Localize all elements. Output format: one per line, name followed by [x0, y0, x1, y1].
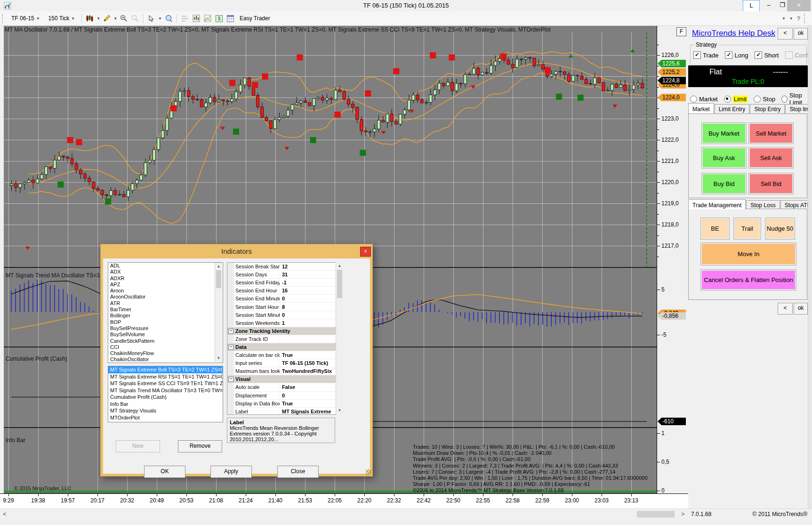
data-box-icon[interactable]: [164, 14, 173, 23]
list-item[interactable]: ADXR: [108, 275, 223, 282]
property-row[interactable]: Maximum bars look lTwoHundredFiftySix: [227, 367, 336, 375]
property-value[interactable]: 0: [280, 393, 336, 398]
property-value[interactable]: TF 06-15 (150 Tick): [280, 360, 336, 366]
property-group-row[interactable]: −Zone Tracking Identity: [227, 327, 336, 335]
property-value[interactable]: 12: [280, 264, 336, 269]
list-item[interactable]: MTOrderPlot: [108, 414, 223, 421]
property-value[interactable]: 16: [280, 288, 336, 293]
property-row[interactable]: Session End Minute0: [227, 295, 336, 303]
button-nudge-50[interactable]: Nudge 50: [765, 218, 795, 240]
price-axis[interactable]: F 1226,01223,01222,01221,01220,01219,012…: [657, 26, 689, 493]
button-buy-bid[interactable]: Buy Bid: [701, 173, 747, 194]
property-row[interactable]: Session Weekends1: [227, 319, 336, 327]
toolbar-grip[interactable]: [804, 14, 807, 23]
property-row[interactable]: Session Break Start12: [227, 263, 336, 271]
list-item[interactable]: ChaikinMoneyFlow: [108, 350, 223, 356]
drawing-tools-icon[interactable]: [102, 14, 112, 23]
property-row[interactable]: Session Start Hour8: [227, 303, 336, 311]
property-row[interactable]: Session End Hour16: [227, 287, 336, 295]
helpdesk-link[interactable]: MicroTrends Help Desk: [692, 29, 775, 38]
list-item[interactable]: ADL: [108, 263, 223, 269]
property-row[interactable]: Displacement0: [227, 392, 336, 400]
time-axis[interactable]: 9:2919:3819:5720:1720:3220:4920:5321:082…: [0, 493, 688, 509]
property-row[interactable]: Auto scaleFalse: [227, 383, 336, 391]
tab-limit-entry[interactable]: Limit Entry: [715, 104, 750, 113]
checkbox-box[interactable]: ✓: [693, 51, 701, 59]
minimize-button[interactable]: –: [762, 0, 776, 11]
list-item[interactable]: CCI: [108, 344, 223, 350]
property-row[interactable]: Session Days31: [227, 271, 336, 279]
list-item[interactable]: BuySellPressure: [108, 325, 223, 331]
horizontal-grid-icon[interactable]: [180, 14, 190, 23]
list-item[interactable]: BarTimer: [108, 307, 223, 313]
property-value[interactable]: 0: [280, 312, 336, 318]
list-item[interactable]: MT Signals Extreme SS CCI TS=9 TE=1 TW=1…: [108, 380, 223, 387]
chart-trader-icon[interactable]: [192, 14, 201, 23]
button-buy-market[interactable]: Buy Market: [701, 122, 747, 144]
remove-button[interactable]: Remove: [178, 440, 222, 452]
tab-stop-loss[interactable]: Stop Loss: [746, 200, 780, 210]
toolbar-overflow-icon[interactable]: ▼: [789, 16, 793, 21]
chevron-down-icon[interactable]: ▼: [158, 16, 162, 21]
fixed-scale-button[interactable]: F: [676, 27, 686, 36]
button-move-in[interactable]: Move In: [700, 242, 796, 266]
list-item[interactable]: APZ: [108, 282, 223, 288]
resize-grip[interactable]: [366, 469, 371, 475]
list-item[interactable]: BOP: [108, 319, 223, 325]
close-button[interactable]: ×: [787, 0, 811, 11]
available-indicators-list[interactable]: ADLADXADXRAPZAroonAroonOscillatorATRBarT…: [108, 262, 223, 363]
list-item[interactable]: MT Signals Extreme RSI TS=1 TE=1 TW=1 ZS…: [108, 373, 223, 380]
tab-stops-atm[interactable]: Stops ATM: [780, 200, 812, 210]
instrument-selector[interactable]: TF 06-15▼: [8, 14, 43, 23]
button-trail[interactable]: Trail: [733, 218, 761, 240]
new-button[interactable]: New: [116, 440, 160, 452]
toolbar-overflow-icon[interactable]: ▼: [782, 16, 786, 21]
tab-stop-entry[interactable]: Stop Entry: [750, 104, 785, 113]
zoom-in-icon[interactable]: [119, 14, 129, 23]
cursor-icon[interactable]: [147, 14, 156, 23]
list-item[interactable]: ADX: [108, 269, 223, 275]
account-icon[interactable]: $: [214, 14, 224, 23]
property-value[interactable]: MT Signals Extreme: [280, 409, 336, 414]
list-item[interactable]: AroonOscillator: [108, 294, 223, 300]
list-item[interactable]: ATR: [108, 300, 223, 307]
collapse-icon[interactable]: −: [228, 345, 233, 350]
property-value[interactable]: 31: [280, 272, 336, 277]
property-row[interactable]: Input seriesTF 06-15 (150 Tick): [227, 359, 336, 367]
property-group-row[interactable]: −Visual: [227, 375, 336, 383]
ok-button[interactable]: OK: [144, 466, 185, 478]
list-item[interactable]: ChaikinOscillator: [108, 356, 223, 363]
checkbox-box[interactable]: ✓: [755, 51, 762, 59]
property-value[interactable]: False: [280, 384, 336, 390]
property-row[interactable]: Session Start Minute0: [227, 311, 336, 319]
scroll-up-icon[interactable]: ▲: [336, 262, 343, 269]
property-value[interactable]: True: [280, 401, 336, 406]
layout-button[interactable]: L: [743, 0, 760, 12]
checkbox-short[interactable]: ✓Short: [755, 51, 779, 59]
list-item[interactable]: Info Bar: [108, 401, 223, 408]
checkbox-box[interactable]: [785, 51, 793, 59]
chart-style-icon[interactable]: [85, 14, 95, 23]
collapse-button-bottom[interactable]: <: [778, 303, 793, 315]
help-icon[interactable]: ?: [797, 15, 800, 22]
maximize-button[interactable]: ❐: [777, 0, 788, 11]
property-row[interactable]: Session End Friday-1: [227, 279, 336, 287]
property-grid[interactable]: Session Break Start12Session Days31Sessi…: [227, 262, 336, 415]
scroll-right-icon[interactable]: >: [681, 510, 685, 517]
list-item[interactable]: MT Signals Trend MA Oscillator TS=3 TE=0…: [108, 387, 223, 394]
toolbar-grip[interactable]: [2, 14, 5, 23]
scrollbar-thumb[interactable]: [637, 511, 675, 517]
indicators-dialog[interactable]: Indicators × ADLADXADXRAPZAroonAroonOsci…: [100, 244, 373, 477]
scroll-down-icon[interactable]: ▼: [215, 355, 222, 362]
list-item[interactable]: Aroon: [108, 288, 223, 294]
collapse-button[interactable]: <: [778, 28, 793, 40]
list-item[interactable]: MT Strategy Visuals: [108, 407, 223, 414]
property-value[interactable]: TwoHundredFiftySix: [280, 368, 336, 374]
scroll-up-icon[interactable]: ▲: [215, 263, 222, 270]
property-group-row[interactable]: −Data: [227, 343, 336, 351]
market-analyzer-icon[interactable]: [203, 14, 212, 23]
list-item[interactable]: MT Signals Extreme Boll TS=3 TE=2 TW=1 Z…: [108, 366, 223, 373]
list-item[interactable]: BuySellVolume: [108, 331, 223, 338]
checkbox-long[interactable]: ✓Long: [725, 51, 748, 59]
tab-trade-management[interactable]: Trade Management: [688, 199, 746, 210]
